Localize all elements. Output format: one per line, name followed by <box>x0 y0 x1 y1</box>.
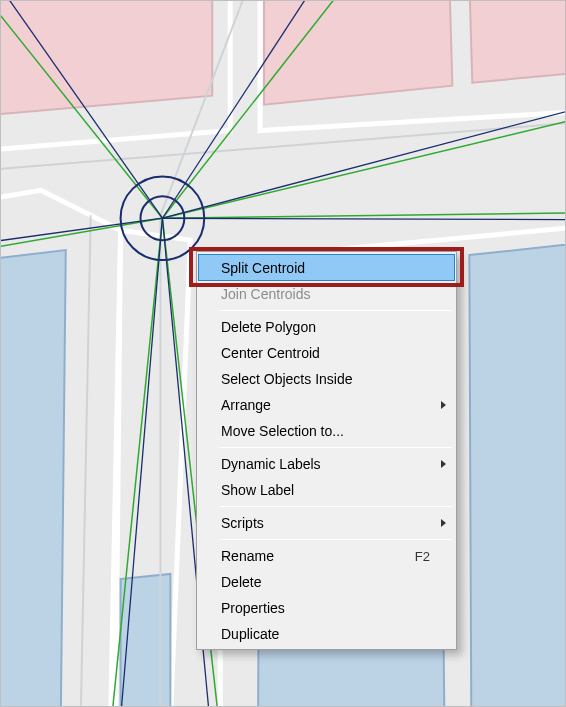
menu-item-label: Delete <box>221 574 261 590</box>
menu-item-shortcut: F2 <box>415 549 430 564</box>
menu-item-delete-polygon[interactable]: Delete Polygon <box>199 314 454 340</box>
menu-item-dynamic-labels[interactable]: Dynamic Labels <box>199 451 454 477</box>
chevron-right-icon <box>441 401 446 409</box>
menu-item-delete[interactable]: Delete <box>199 569 454 595</box>
menu-item-label: Delete Polygon <box>221 319 316 335</box>
chevron-right-icon <box>441 460 446 468</box>
menu-item-label: Split Centroid <box>221 260 305 276</box>
menu-item-label: Rename <box>221 548 274 564</box>
menu-item-move-selection-to[interactable]: Move Selection to... <box>199 418 454 444</box>
menu-item-properties[interactable]: Properties <box>199 595 454 621</box>
menu-item-rename[interactable]: Rename F2 <box>199 543 454 569</box>
svg-marker-6 <box>469 241 565 705</box>
svg-marker-3 <box>469 1 565 83</box>
menu-item-join-centroids[interactable]: Join Centroids <box>199 281 454 307</box>
menu-item-label: Move Selection to... <box>221 423 344 439</box>
svg-marker-1 <box>1 1 212 116</box>
menu-item-label: Properties <box>221 600 285 616</box>
menu-item-label: Select Objects Inside <box>221 371 353 387</box>
menu-item-scripts[interactable]: Scripts <box>199 510 454 536</box>
menu-item-label: Dynamic Labels <box>221 456 321 472</box>
menu-item-label: Center Centroid <box>221 345 320 361</box>
menu-divider <box>219 539 452 540</box>
svg-marker-7 <box>121 574 171 706</box>
menu-item-center-centroid[interactable]: Center Centroid <box>199 340 454 366</box>
chevron-right-icon <box>441 519 446 527</box>
context-menu: Split Centroid Join Centroids Delete Pol… <box>196 251 457 650</box>
menu-item-label: Arrange <box>221 397 271 413</box>
menu-item-label: Show Label <box>221 482 294 498</box>
menu-item-label: Join Centroids <box>221 286 311 302</box>
menu-divider <box>219 447 452 448</box>
menu-item-duplicate[interactable]: Duplicate <box>199 621 454 647</box>
svg-marker-4 <box>1 250 66 705</box>
menu-item-split-centroid[interactable]: Split Centroid <box>198 254 455 281</box>
menu-item-select-objects-inside[interactable]: Select Objects Inside <box>199 366 454 392</box>
menu-item-label: Scripts <box>221 515 264 531</box>
menu-divider <box>219 310 452 311</box>
menu-divider <box>219 506 452 507</box>
menu-item-label: Duplicate <box>221 626 279 642</box>
menu-item-arrange[interactable]: Arrange <box>199 392 454 418</box>
menu-item-show-label[interactable]: Show Label <box>199 477 454 503</box>
